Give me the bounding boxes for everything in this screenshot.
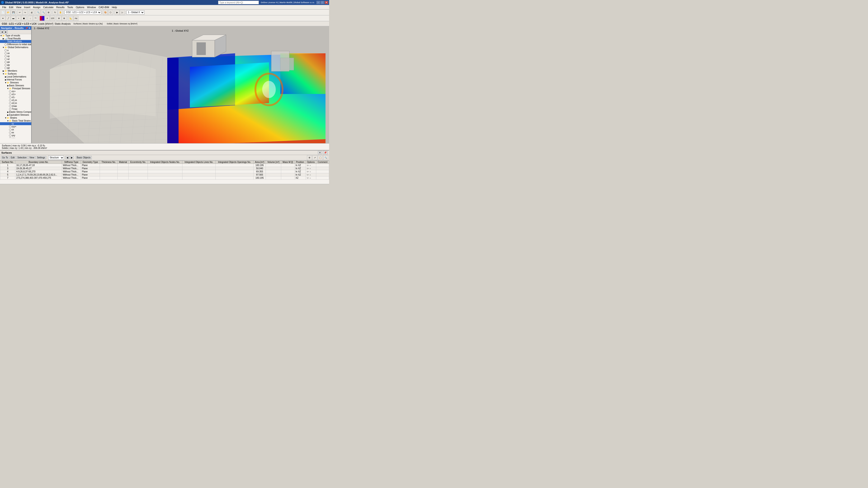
tree-s1m[interactable]: σ1,m <box>0 99 31 102</box>
global-search-input[interactable] <box>218 1 259 4</box>
radio-ux[interactable] <box>4 52 7 55</box>
tree-pz[interactable]: φz <box>0 66 31 69</box>
select-button[interactable]: ▶ <box>115 10 120 15</box>
radio-uy[interactable] <box>4 55 7 57</box>
nav-tb-2[interactable]: ▶ <box>4 30 8 34</box>
radio-s1m[interactable] <box>9 99 11 101</box>
tree-strains[interactable]: ▼ 📁 Strains <box>0 116 31 119</box>
nav-tb-1[interactable]: ◀ <box>0 30 4 34</box>
menu-edit[interactable]: Edit <box>8 5 15 9</box>
col-surface-no[interactable]: Surface No. <box>0 161 16 164</box>
tree-members[interactable]: ▶ 📁 Members <box>0 69 31 72</box>
expand-principal[interactable]: ▼ <box>7 88 9 90</box>
settings-button[interactable]: Settings <box>36 156 46 159</box>
radio-s1-minus[interactable] <box>9 96 11 98</box>
tree-diff-initial[interactable]: Differences to initial state <box>0 43 31 46</box>
radio-tmax[interactable] <box>9 105 11 107</box>
zoom-all-button[interactable]: ⊞ <box>46 10 51 15</box>
expand-int-forces[interactable]: ▶ <box>4 78 7 81</box>
tree-s2m[interactable]: σ2,m <box>0 102 31 105</box>
radio-uz[interactable] <box>4 58 7 60</box>
radio-u[interactable] <box>4 49 7 52</box>
col-area[interactable]: Area [m²] <box>253 161 266 164</box>
radio-ey[interactable] <box>9 123 11 125</box>
tree-eyy-plus[interactable]: εyy+ <box>0 125 31 128</box>
pan-button[interactable]: ✋ <box>58 10 63 15</box>
tree-elastic-stress[interactable]: ▶ Elastic Stress Components <box>0 110 31 113</box>
col-options[interactable]: Options <box>305 161 316 164</box>
tree-u[interactable]: u <box>0 49 31 52</box>
new-button[interactable]: 📄 <box>0 10 5 15</box>
col-eccentricity[interactable]: Eccentricity No. <box>128 161 148 164</box>
tree-basic-stresses[interactable]: ▶ Basic Stresses <box>0 84 31 87</box>
tree-eyy-minus[interactable]: εx <box>0 128 31 131</box>
solids-vis-button[interactable]: ◼ <box>21 16 26 21</box>
undo-button[interactable]: ↩ <box>18 10 22 15</box>
menu-options[interactable]: Options <box>74 5 86 9</box>
menu-file[interactable]: File <box>1 5 8 9</box>
tree-tmax[interactable]: τmax <box>0 105 31 107</box>
tree-principal-stresses[interactable]: ▼ 📁 Principal Stresses <box>0 87 31 90</box>
radio-eyy-plus[interactable] <box>9 126 11 128</box>
col-material[interactable]: Material <box>118 161 128 164</box>
expand-basic-strains[interactable]: ▼ <box>7 120 9 122</box>
radio-pz[interactable] <box>4 67 7 69</box>
menu-insert[interactable]: Insert <box>23 5 32 9</box>
expand-stresses[interactable]: ▼ <box>4 82 7 84</box>
col-mass[interactable]: Mass M [t] <box>281 161 294 164</box>
table-tb-search[interactable]: 🔍 <box>323 155 328 160</box>
expand-global-def[interactable]: ▼ <box>2 46 4 48</box>
table-row[interactable]: 116,17,28,65-47,18Without Thick...Plane1… <box>0 164 329 167</box>
expand-type-of-results[interactable]: ▼ <box>0 35 2 37</box>
close-button[interactable]: ✕ <box>324 1 328 4</box>
surfaces-vis-button[interactable]: ▪ <box>16 16 21 21</box>
tree-Tmax[interactable]: Tmax <box>0 107 31 110</box>
tree-sz-plus[interactable]: σz+ <box>0 90 31 93</box>
col-geometry-type[interactable]: Geometry Type <box>81 161 100 164</box>
expand-equiv-stress[interactable]: ▶ <box>7 114 9 116</box>
radio-px[interactable] <box>4 61 7 63</box>
table-row[interactable]: 7273,274,388,403-397,470-459,275Without … <box>0 176 329 180</box>
table-type-combo[interactable]: Structure <box>48 156 64 160</box>
expand-strains[interactable]: ▼ <box>4 117 7 119</box>
radio-gxy2[interactable] <box>9 137 11 138</box>
tree-internal-forces[interactable]: ▶ Internal Forces <box>0 78 31 81</box>
radio-py[interactable] <box>4 64 7 66</box>
selection-button[interactable]: Selection <box>16 156 28 159</box>
radio-sz-plus[interactable] <box>9 90 11 93</box>
annotation-button[interactable]: Aa <box>73 16 79 21</box>
zoom-out-button[interactable]: 🔍 <box>41 10 46 15</box>
tree-equiv-stress[interactable]: ▶ Equivalent Stresses <box>0 113 31 116</box>
table-tb-filter[interactable]: ⚙ <box>307 155 312 160</box>
col-volume[interactable]: Volume [m³] <box>266 161 281 164</box>
expand-members[interactable]: ▶ <box>2 70 4 72</box>
load-vis-button[interactable]: ↓ <box>28 16 33 21</box>
rotate-button[interactable]: ↻ <box>53 10 58 15</box>
table-tb-copy[interactable]: 📋 <box>318 155 323 160</box>
menu-window[interactable]: Window <box>86 5 97 9</box>
col-position[interactable]: Position <box>294 161 305 164</box>
expand-basic-stress[interactable]: ▶ <box>7 85 9 87</box>
measure-button[interactable]: 📐 <box>68 16 73 21</box>
prev-record-button[interactable]: ◀ <box>65 156 69 159</box>
members-vis-button[interactable]: ▬ <box>11 16 16 21</box>
expand-surfaces[interactable]: ▼ <box>2 73 4 75</box>
view-button[interactable]: View <box>28 156 35 159</box>
results-table[interactable]: Surface No. Boundary Lines No. Stiffness… <box>0 160 329 183</box>
wireframe-button[interactable]: ⬡ <box>108 10 113 15</box>
minimize-button[interactable]: ─ <box>316 1 320 4</box>
contour-button[interactable]: ≡ <box>45 16 50 21</box>
menu-calculate[interactable]: Calculate <box>42 5 55 9</box>
radio-s1-plus[interactable] <box>9 93 11 96</box>
menu-view[interactable]: View <box>15 5 23 9</box>
tree-final-results[interactable]: ▶ 📊 Final Results <box>0 37 31 40</box>
col-thickness[interactable]: Thickness No. <box>100 161 118 164</box>
tree-surfaces-nav[interactable]: ▼ 📁 Surfaces <box>0 72 31 75</box>
col-boundary-lines[interactable]: Boundary Lines No. <box>16 161 62 164</box>
maximize-button[interactable]: □ <box>320 1 324 4</box>
load-combo-select[interactable]: CO2 : LC1 + LC2 + LC3 + LC4 <box>64 10 101 14</box>
nav-pin-button[interactable]: 📌 <box>25 27 28 29</box>
col-int-lines[interactable]: Integrated Objects Lines No. <box>182 161 215 164</box>
expand-elastic[interactable]: ▶ <box>7 111 9 113</box>
tree-kx[interactable]: κx <box>0 131 31 134</box>
